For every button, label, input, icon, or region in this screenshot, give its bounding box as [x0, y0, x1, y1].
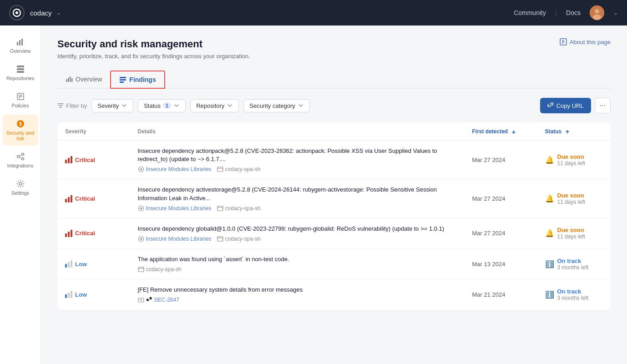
integrations-icon: [16, 152, 25, 161]
severity-filter[interactable]: Severity: [91, 99, 133, 112]
col-severity-label: Severity: [65, 128, 86, 135]
svg-line-22: [19, 157, 21, 158]
avatar[interactable]: [590, 5, 604, 20]
col-first-detected[interactable]: First detected: [465, 123, 538, 141]
repo-name: codacy-spa-sh: [225, 205, 261, 212]
topnav-left: codacy ⌄: [9, 5, 61, 20]
svg-text:$: $: [19, 121, 22, 126]
severity-label: Critical: [75, 195, 95, 202]
meta-repo: codacy-spa-sh: [138, 266, 182, 273]
finding-meta: Insecure Modules Libraries codacy-spa-sh: [138, 205, 458, 212]
severity-cell: Critical: [58, 141, 131, 179]
status-filter[interactable]: Status 1: [138, 99, 186, 112]
meta-ticket: SEC-2647: [138, 297, 179, 303]
table-row: Low The application was found using `ass…: [58, 248, 611, 279]
copy-url-icon: [547, 102, 554, 109]
repo-icon: [217, 236, 223, 242]
security-category-filter[interactable]: Security category: [243, 99, 309, 112]
category-name: Insecure Modules Libraries: [146, 236, 212, 242]
status-label: Due soon: [557, 192, 584, 199]
status-label: Due soon: [557, 227, 584, 233]
details-cell: Insecure dependency activestorage@5.2.8 …: [131, 179, 465, 218]
brand-chevron-icon[interactable]: ⌄: [56, 10, 61, 16]
finding-meta: Insecure Modules Libraries codacy-spa-sh: [138, 236, 458, 242]
svg-point-20: [21, 158, 24, 160]
avatar-chevron-icon[interactable]: ⌄: [613, 10, 618, 16]
main-content: Security and risk management Identify, p…: [41, 25, 627, 364]
community-link[interactable]: Community: [514, 9, 546, 16]
table-row: Low [FE] Remove unnecessary system detai…: [58, 279, 611, 310]
status-info: Due soon 11 days left: [557, 227, 585, 240]
svg-rect-37: [217, 167, 223, 172]
sidebar-item-settings[interactable]: Settings: [3, 175, 38, 200]
svg-rect-28: [66, 79, 67, 82]
tab-overview-icon: [66, 76, 73, 83]
table-row: Critical Insecure dependency actionpack@…: [58, 141, 611, 179]
date-cell: Mar 13 2024: [465, 248, 538, 279]
ticket-id: SEC-2647: [154, 297, 179, 303]
svg-point-1: [15, 11, 18, 14]
sidebar-item-overview[interactable]: Overview: [3, 33, 38, 58]
meta-repo: codacy-spa-sh: [217, 205, 261, 212]
severity-chevron-icon: [121, 102, 127, 109]
status-info: On track 3 months left: [557, 288, 589, 301]
severity-bars-critical: [65, 230, 72, 237]
logo[interactable]: [9, 5, 25, 20]
severity-label: Low: [75, 261, 87, 268]
svg-rect-33: [120, 79, 126, 81]
repos-icon: [16, 65, 25, 74]
about-icon: [560, 38, 567, 46]
svg-rect-11: [17, 71, 24, 73]
page-header-left: Security and risk management Identify, p…: [57, 38, 250, 60]
status-cell: 🔔 Due soon 11 days left: [538, 141, 611, 179]
security-icon: $: [16, 119, 25, 128]
status-cell: ℹ️ On track 3 months left: [538, 248, 611, 279]
col-details-label: Details: [138, 128, 156, 135]
severity-label: Critical: [75, 230, 95, 237]
tab-findings-icon: [119, 76, 126, 83]
category-name: Insecure Modules Libraries: [146, 205, 212, 212]
sidebar: Overview Repositories Policies $: [0, 25, 41, 364]
sidebar-item-integrations[interactable]: Integrations: [3, 147, 38, 173]
svg-rect-34: [120, 81, 124, 83]
ticket-icon: [138, 297, 144, 303]
severity-cell: Low: [58, 248, 131, 279]
status-sub: 11 days left: [557, 199, 585, 205]
sidebar-item-policies[interactable]: Policies: [3, 87, 38, 113]
filter-icon: [57, 102, 64, 109]
bell-icon: 🔔: [545, 229, 554, 238]
repository-filter[interactable]: Repository: [190, 99, 239, 112]
bell-icon: 🔔: [545, 156, 554, 164]
severity-filter-label: Severity: [97, 102, 119, 109]
tab-overview[interactable]: Overview: [57, 71, 110, 89]
link-icon: [146, 297, 152, 303]
col-status[interactable]: Status: [538, 123, 611, 141]
more-button[interactable]: ···: [595, 98, 611, 113]
page-title: Security and risk management: [57, 38, 250, 50]
severity-label: Low: [75, 291, 87, 298]
copy-url-button[interactable]: Copy URL: [540, 98, 591, 113]
repo-name: codacy-spa-sh: [225, 166, 261, 172]
status-info: Due soon 11 days left: [557, 153, 585, 167]
filter-bar: Filter by Severity Status 1 Repository: [57, 98, 611, 113]
meta-category: Insecure Modules Libraries: [138, 205, 212, 212]
sidebar-item-repositories[interactable]: Repositories: [3, 60, 38, 86]
sort-asc-icon: [565, 129, 570, 135]
svg-point-3: [595, 9, 599, 14]
status-sub: 3 months left: [557, 264, 589, 271]
status-sub: 11 days left: [557, 233, 585, 240]
status-cell: 🔔 Due soon 11 days left: [538, 218, 611, 248]
page-header: Security and risk management Identify, p…: [57, 38, 611, 60]
tab-overview-label: Overview: [76, 76, 102, 83]
status-cell: 🔔 Due soon 11 days left: [538, 179, 611, 218]
table-row: Critical Insecure dependency activestora…: [58, 179, 611, 218]
table-row: Critical Insecure dependency globalid@1.…: [58, 218, 611, 248]
svg-rect-6: [19, 40, 20, 46]
meta-repo: codacy-spa-sh: [217, 166, 261, 172]
finding-title: Insecure dependency globalid@1.0.0 (CVE-…: [138, 225, 458, 233]
sidebar-item-security[interactable]: $ Security and risk: [3, 115, 38, 146]
about-link[interactable]: About this page: [560, 38, 611, 46]
docs-link[interactable]: Docs: [566, 9, 581, 16]
tab-findings[interactable]: Findings: [110, 71, 165, 89]
topnav: codacy ⌄ Community | Docs ⌄: [0, 0, 627, 25]
